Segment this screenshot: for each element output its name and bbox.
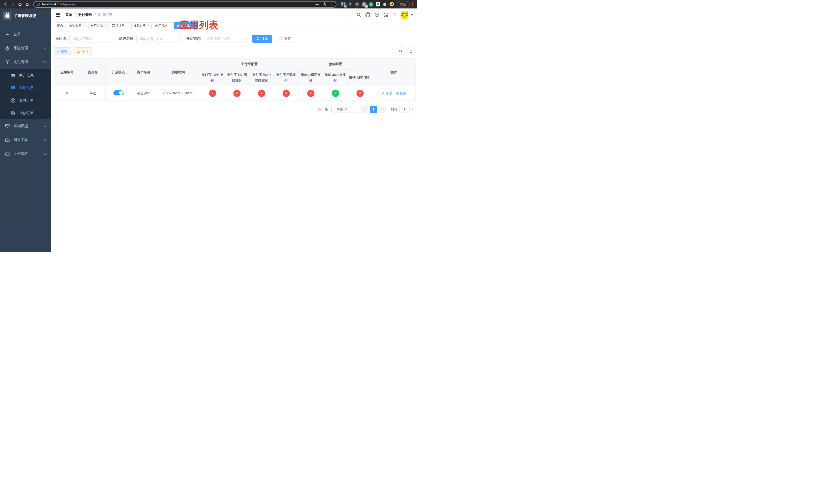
store-icon [11,73,15,78]
font-size-icon[interactable]: TT [392,13,396,17]
breadcrumb-payment[interactable]: 支付管理 [78,13,92,17]
sidebar-item-pay-order[interactable]: 支付订单 [0,94,51,107]
command-extension-icon[interactable]: ⌘ [355,2,359,7]
status-select[interactable]: 请选择开启状态 [204,35,249,43]
cell-created: 2021-10-23 08:49:25 [156,86,200,101]
recorder-extension-icon[interactable]: 1 [362,2,367,7]
grid-icon [11,86,15,90]
status-closed-icon: × [356,90,364,97]
breadcrumb-home[interactable]: 首页 [65,13,72,17]
sidebar-toggle-icon[interactable] [54,12,61,18]
cell-alipay-wap: × [249,86,274,101]
emoji-extension-icon[interactable] [390,2,394,7]
site-info-icon[interactable] [37,3,40,6]
chrome-update-button[interactable]: 更新 [397,1,410,7]
filter-form: 应用名 商户名称 开启状态 请选择开启状态 搜索 重置 [56,35,415,43]
toggle-search-button[interactable] [397,47,405,55]
pagination: 共 1 条 10条/页 ‹ 1 › 前往 页 [54,106,415,113]
close-icon[interactable]: × [104,24,106,27]
sidebar-item-merchant-info[interactable]: 商户信息 [0,69,51,82]
app-name-label: 应用名 [56,37,66,41]
bookmark-star-icon[interactable]: ☆ [330,2,333,6]
col-alipay-app: 支付宝 APP 支付 [200,70,225,86]
search-button[interactable]: 搜索 [253,35,272,43]
page-size-select[interactable]: 10条/页 [331,106,357,113]
user-avatar[interactable] [401,11,408,19]
close-icon[interactable]: × [83,24,85,27]
document-icon [11,111,15,115]
add-button[interactable]: + 新增 [54,47,71,55]
col-app-name: 应用名 [80,59,106,86]
prev-page-button[interactable]: ‹ [361,106,368,113]
sidebar-item-system[interactable]: 系统管理 [0,41,51,55]
table-row: 6 芋道 芋道源码 2021-10-23 08:49:25 × × × × × … [54,86,416,101]
forward-button[interactable] [10,1,16,7]
chat-extension-icon[interactable] [376,2,380,7]
header-search-icon[interactable] [357,13,361,17]
goto-suffix: 页 [411,107,415,112]
y-extension-icon[interactable]: y [369,2,373,7]
navbar: 首页 / 支付管理 / 应用信息 TT [51,8,417,21]
col-created: 创建时间 [156,59,200,86]
delete-link[interactable]: 删除 [396,91,407,96]
tag-refund-order[interactable]: 退款订单× [131,22,152,29]
share-icon[interactable] [323,2,326,6]
sidebar-item-refund-order[interactable]: 退款订单 [0,107,51,119]
fullscreen-icon[interactable] [384,13,388,17]
col-wechat-mini: 微信小程序支付 [299,70,323,86]
sidebar-item-label: 工作流程 [14,152,28,156]
puzzle-extensions-icon[interactable] [382,2,387,7]
enabled-switch[interactable] [113,90,124,95]
sidebar-item-infrastructure[interactable]: 基础设施 [0,119,51,133]
close-icon[interactable]: × [126,24,128,27]
tag-merchant-info[interactable]: 商户信息× [153,22,173,29]
gem-extension-icon[interactable] [348,2,353,7]
edit-link[interactable]: 修改 [381,91,392,96]
sidebar-item-home[interactable]: 首页 [0,27,51,41]
next-page-button[interactable]: › [378,106,386,113]
app-name-input[interactable] [69,35,112,43]
reload-button[interactable] [17,1,23,7]
reset-button[interactable]: 重置 [275,35,295,43]
sidebar-item-dev-tools[interactable]: 研发工具 [0,133,51,147]
sidebar-item-app-info[interactable]: 应用信息 [0,82,51,94]
merchant-name-input[interactable] [136,35,179,43]
url-host: localhost [42,3,56,6]
tag-process-form[interactable]: 流程表单× [67,22,87,29]
sidebar-item-label: 应用信息 [19,86,34,90]
group-alipay-config: 支付宝配置 [200,59,299,70]
goto-page-input[interactable] [399,106,410,113]
tag-user-group[interactable]: 用户分组× [88,22,109,29]
chrome-menu-icon[interactable] [411,2,415,6]
close-icon[interactable]: × [148,24,149,27]
refresh-table-button[interactable] [407,47,415,55]
avatar-caret-icon[interactable] [411,14,413,16]
close-icon[interactable]: × [169,24,171,27]
home-button[interactable] [24,1,30,7]
sidebar-item-label: 商户信息 [19,73,34,78]
export-button[interactable]: 导出 [73,47,92,55]
sidebar-item-payment[interactable]: ¥ 支付管理 [0,55,51,69]
yuan-icon: ¥ [5,60,10,65]
url-bar[interactable]: localhost:1024/pay/app ☆ [33,1,336,8]
sidebar-logo-row[interactable]: 芋道管理系统 [0,8,51,23]
password-key-icon[interactable] [315,3,319,6]
sidebar-item-workflow[interactable]: 工作流程 [0,147,51,161]
help-icon[interactable] [375,13,379,17]
chevron-down-icon [43,46,47,49]
download-icon [77,50,80,53]
col-actions: 操作 [372,59,416,86]
page-number-1[interactable]: 1 [370,106,377,113]
back-button[interactable] [3,1,9,7]
extensions-area: 10 ⌘ 1 y [339,2,396,7]
plus-icon: + [58,49,60,53]
url-text: localhost:1024/pay/app [42,3,76,6]
briefcase-icon [5,152,10,156]
chevron-down-icon [43,124,47,128]
browser-toolbar: localhost:1024/pay/app ☆ 10 ⌘ 1 y 更新 [0,0,417,8]
extension-blocks-icon[interactable]: 10 [341,2,346,7]
tag-home[interactable]: 首页 [54,22,65,29]
tag-pay-order[interactable]: 支付订单× [110,22,130,29]
github-icon[interactable] [366,12,370,17]
col-status: 开启状态 [106,59,131,86]
